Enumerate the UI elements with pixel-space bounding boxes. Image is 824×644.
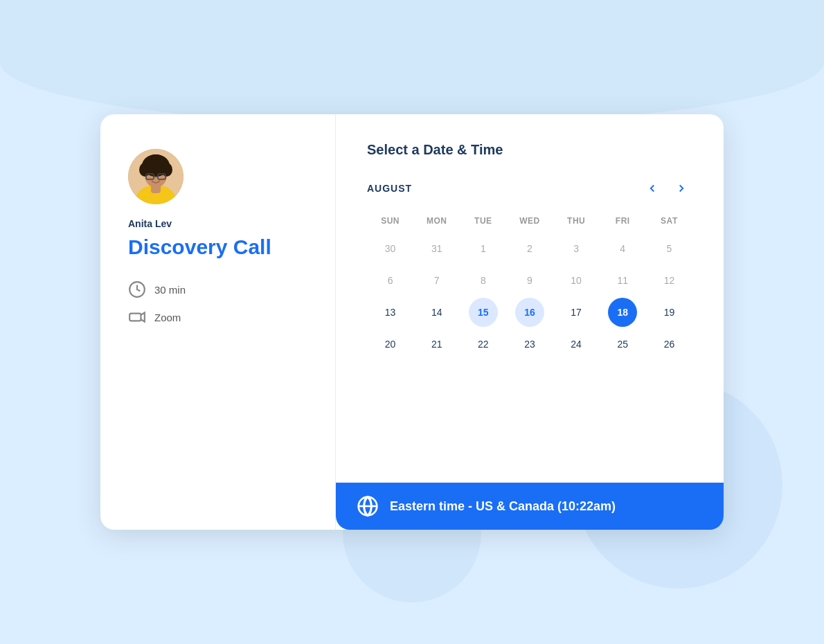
day-cell[interactable]: 23 (515, 330, 544, 359)
host-name: Anita Lev (128, 218, 307, 229)
day-cell: 7 (422, 266, 451, 295)
svg-point-7 (146, 154, 165, 168)
day-cell: 10 (562, 266, 591, 295)
day-cell: 5 (654, 234, 683, 263)
day-cell: 1 (469, 234, 498, 263)
timezone-bar[interactable]: Eastern time - US & Canada (10:22am) (336, 483, 724, 530)
section-title: Select a Date & Time (367, 142, 692, 158)
day-cell: 12 (654, 266, 683, 295)
right-panel: Select a Date & Time AUGUST (336, 114, 724, 530)
day-cell[interactable]: 14 (422, 298, 451, 327)
avatar (128, 149, 183, 204)
platform-meta: Zoom (128, 308, 307, 326)
day-header-wed: WED (506, 213, 553, 229)
day-cell[interactable]: 20 (376, 330, 405, 359)
bg-shape-top (0, 0, 824, 125)
next-month-button[interactable] (670, 177, 692, 199)
day-header-sun: SUN (367, 213, 413, 229)
day-cell[interactable]: 22 (469, 330, 498, 359)
event-title: Discovery Call (128, 235, 307, 260)
calendar-header: AUGUST (367, 177, 692, 199)
day-cell: 4 (608, 234, 637, 263)
day-header-thu: THU (553, 213, 600, 229)
day-cell[interactable]: 18 (608, 298, 637, 327)
day-cell[interactable]: 21 (422, 330, 451, 359)
day-cell[interactable]: 26 (654, 330, 683, 359)
event-meta: 30 min Zoom (128, 280, 307, 326)
day-cell: 11 (608, 266, 637, 295)
calendar: AUGUST (367, 177, 692, 359)
day-header-tue: TUE (460, 213, 506, 229)
day-cell[interactable]: 25 (608, 330, 637, 359)
svg-rect-12 (129, 314, 141, 321)
duration-label: 30 min (154, 284, 186, 296)
video-icon (128, 308, 146, 326)
days-grid: 3031123456789101112131415161718192021222… (367, 234, 692, 359)
clock-icon (128, 280, 146, 298)
platform-label: Zoom (154, 312, 181, 323)
prev-month-button[interactable] (641, 177, 663, 199)
day-header-sat: SAT (646, 213, 692, 229)
card-body: Anita Lev Discovery Call 30 min Zoom (100, 114, 724, 530)
day-cell: 9 (515, 266, 544, 295)
day-header-fri: FRI (600, 213, 646, 229)
day-cell: 31 (422, 234, 451, 263)
day-cell: 3 (562, 234, 591, 263)
day-cell[interactable]: 19 (654, 298, 683, 327)
day-cell[interactable]: 24 (562, 330, 591, 359)
day-cell[interactable]: 13 (376, 298, 405, 327)
day-header-mon: MON (413, 213, 460, 229)
day-cell[interactable]: 15 (469, 298, 498, 327)
day-cell: 30 (376, 234, 405, 263)
day-cell: 6 (376, 266, 405, 295)
day-headers: SUN MON TUE WED THU FRI SAT (367, 213, 692, 229)
day-cell: 8 (469, 266, 498, 295)
month-label: AUGUST (367, 183, 412, 194)
main-card: Anita Lev Discovery Call 30 min Zoom (100, 114, 724, 530)
globe-icon (357, 495, 379, 517)
nav-buttons (641, 177, 692, 199)
day-cell[interactable]: 17 (562, 298, 591, 327)
day-cell[interactable]: 16 (515, 298, 544, 327)
timezone-text: Eastern time - US & Canada (10:22am) (390, 499, 616, 514)
duration-meta: 30 min (128, 280, 307, 298)
day-cell: 2 (515, 234, 544, 263)
left-panel: Anita Lev Discovery Call 30 min Zoom (100, 114, 336, 530)
